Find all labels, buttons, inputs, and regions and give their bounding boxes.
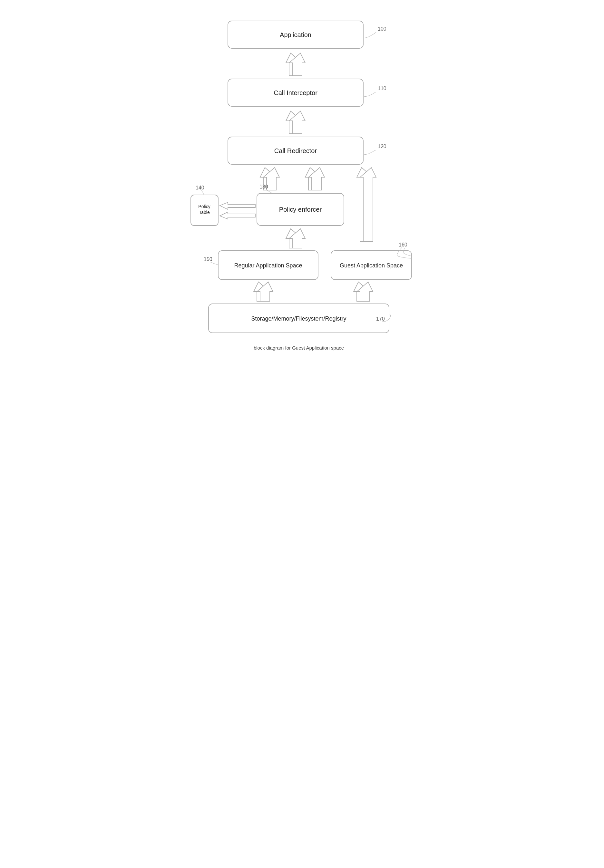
policy-table-text2: Table <box>199 210 210 215</box>
regular-app-space-text: Regular Application Space <box>234 262 302 269</box>
ref-120-text: 120 <box>378 144 387 149</box>
ref-100-line <box>364 32 376 38</box>
policy-table-text1: Policy <box>198 204 210 209</box>
guest-app-space-text: Guest Application Space <box>340 262 403 269</box>
ref-140-line <box>202 190 204 195</box>
ref-160-text: 160 <box>399 242 407 248</box>
ref-150-line <box>210 262 218 265</box>
ref-170-text: 170 <box>376 316 385 322</box>
storage-text: Storage/Memory/Filesystem/Registry <box>251 315 346 322</box>
ref-110-line <box>364 92 376 97</box>
ref-100-text: 100 <box>378 26 387 32</box>
caption-text: block diagram for Guest Application spac… <box>254 345 344 350</box>
ref-140-text: 140 <box>196 185 204 191</box>
call-redirector-text: Call Redirector <box>274 147 317 154</box>
application-text: Application <box>280 31 311 38</box>
ref-120-line <box>364 150 376 155</box>
call-interceptor-text: Call Interceptor <box>274 89 317 96</box>
main-diagram-svg: Application 100 Call Interceptor 110 Cal… <box>186 16 418 354</box>
ref-110-text: 110 <box>378 86 387 91</box>
ref-150-text: 150 <box>204 256 213 262</box>
arrow-right-policy <box>220 202 255 209</box>
policy-enforcer-text: Policy enforcer <box>279 206 322 213</box>
arrow-left-policy <box>220 212 255 219</box>
ref-130-text: 130 <box>259 184 268 189</box>
